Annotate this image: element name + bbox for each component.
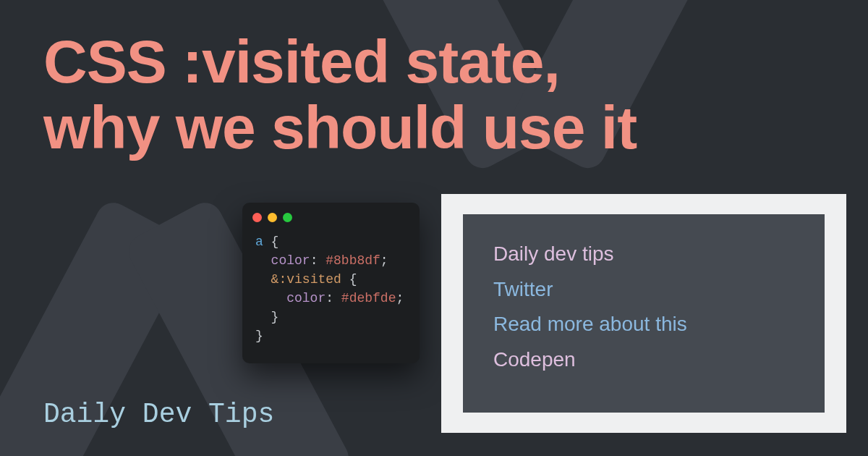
site-brand: Daily Dev Tips	[43, 399, 274, 430]
minimize-icon[interactable]	[268, 213, 277, 222]
token-value-2: #debfde	[341, 291, 396, 305]
maximize-icon[interactable]	[283, 213, 292, 222]
token-semi-2: ;	[396, 291, 404, 305]
token-nest-brace-open: {	[341, 272, 357, 287]
token-brace-close: }	[255, 329, 263, 343]
code-block: a { color: #8bb8df; &:visited { color: #…	[242, 229, 420, 352]
title-line-1: CSS :visited state,	[43, 28, 560, 96]
preview-frame: Daily dev tips Twitter Read more about t…	[441, 194, 846, 433]
token-property-color-1: color	[271, 253, 310, 268]
token-value-1: #8bb8df	[326, 253, 380, 268]
window-traffic-lights	[242, 203, 420, 229]
link-twitter[interactable]: Twitter	[493, 277, 794, 302]
token-semi-1: ;	[380, 253, 388, 268]
token-brace-open: {	[263, 235, 279, 249]
title-line-2: why we should use it	[43, 93, 637, 161]
token-pseudo: :visited	[278, 272, 341, 287]
token-amp: &	[271, 272, 279, 287]
token-colon-2: :	[326, 291, 341, 305]
link-read-more[interactable]: Read more about this	[493, 312, 794, 337]
token-selector: a	[255, 235, 263, 249]
page-title: CSS :visited state, why we should use it	[43, 29, 637, 160]
token-property-color-2: color	[286, 291, 326, 305]
token-nest-brace-close: }	[271, 310, 279, 324]
link-codepen[interactable]: Codepen	[493, 347, 794, 372]
preview-inner: Daily dev tips Twitter Read more about t…	[463, 214, 825, 413]
code-editor-window: a { color: #8bb8df; &:visited { color: #…	[242, 203, 420, 363]
close-icon[interactable]	[252, 213, 262, 222]
link-daily-dev-tips[interactable]: Daily dev tips	[493, 242, 794, 266]
token-colon-1: :	[310, 253, 326, 268]
